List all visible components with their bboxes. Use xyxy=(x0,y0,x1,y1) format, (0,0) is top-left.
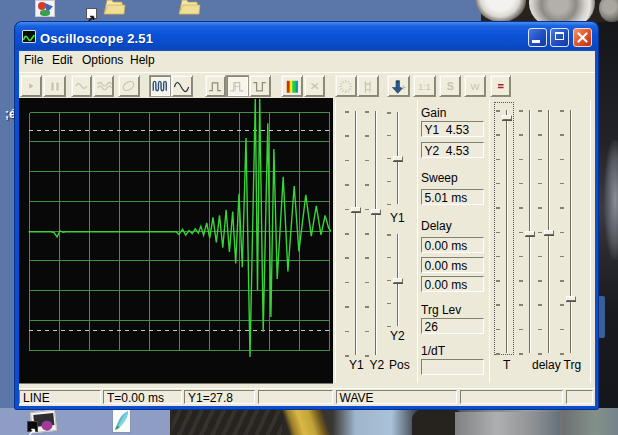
svg-text:W: W xyxy=(471,81,480,92)
svg-text:1:1: 1:1 xyxy=(418,82,431,92)
svg-text:S: S xyxy=(446,80,453,92)
